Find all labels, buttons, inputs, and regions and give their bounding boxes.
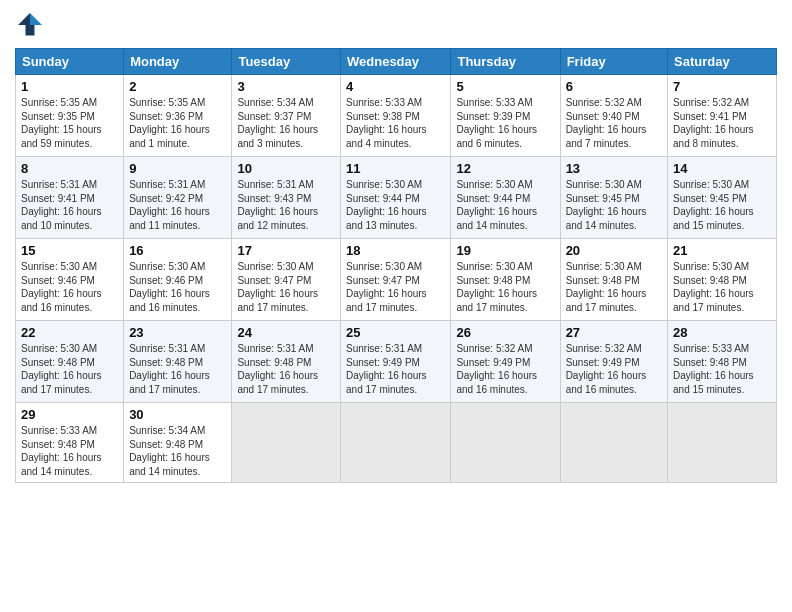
day-number: 14 [673, 161, 771, 176]
calendar-cell: 11Sunrise: 5:30 AMSunset: 9:44 PMDayligh… [341, 157, 451, 239]
calendar-cell: 9Sunrise: 5:31 AMSunset: 9:42 PMDaylight… [124, 157, 232, 239]
cell-text: Sunrise: 5:35 AMSunset: 9:35 PMDaylight:… [21, 96, 118, 150]
calendar-week-row: 15Sunrise: 5:30 AMSunset: 9:46 PMDayligh… [16, 239, 777, 321]
cell-text: Sunrise: 5:30 AMSunset: 9:47 PMDaylight:… [237, 260, 335, 314]
calendar-cell: 21Sunrise: 5:30 AMSunset: 9:48 PMDayligh… [668, 239, 777, 321]
calendar-cell: 5Sunrise: 5:33 AMSunset: 9:39 PMDaylight… [451, 75, 560, 157]
day-number: 10 [237, 161, 335, 176]
calendar-cell: 6Sunrise: 5:32 AMSunset: 9:40 PMDaylight… [560, 75, 667, 157]
day-header-monday: Monday [124, 49, 232, 75]
day-number: 15 [21, 243, 118, 258]
svg-marker-0 [30, 13, 42, 25]
cell-text: Sunrise: 5:30 AMSunset: 9:48 PMDaylight:… [566, 260, 662, 314]
calendar-cell: 19Sunrise: 5:30 AMSunset: 9:48 PMDayligh… [451, 239, 560, 321]
day-number: 7 [673, 79, 771, 94]
day-number: 12 [456, 161, 554, 176]
cell-text: Sunrise: 5:30 AMSunset: 9:44 PMDaylight:… [456, 178, 554, 232]
cell-text: Sunrise: 5:34 AMSunset: 9:48 PMDaylight:… [129, 424, 226, 478]
cell-text: Sunrise: 5:31 AMSunset: 9:48 PMDaylight:… [237, 342, 335, 396]
day-header-sunday: Sunday [16, 49, 124, 75]
cell-text: Sunrise: 5:30 AMSunset: 9:45 PMDaylight:… [673, 178, 771, 232]
svg-marker-1 [18, 13, 30, 25]
logo-icon [15, 10, 45, 40]
cell-text: Sunrise: 5:31 AMSunset: 9:43 PMDaylight:… [237, 178, 335, 232]
cell-text: Sunrise: 5:31 AMSunset: 9:48 PMDaylight:… [129, 342, 226, 396]
day-number: 26 [456, 325, 554, 340]
day-number: 23 [129, 325, 226, 340]
calendar-cell: 24Sunrise: 5:31 AMSunset: 9:48 PMDayligh… [232, 321, 341, 403]
calendar-cell: 17Sunrise: 5:30 AMSunset: 9:47 PMDayligh… [232, 239, 341, 321]
day-number: 21 [673, 243, 771, 258]
cell-text: Sunrise: 5:33 AMSunset: 9:39 PMDaylight:… [456, 96, 554, 150]
day-header-friday: Friday [560, 49, 667, 75]
cell-text: Sunrise: 5:30 AMSunset: 9:47 PMDaylight:… [346, 260, 445, 314]
calendar-cell: 16Sunrise: 5:30 AMSunset: 9:46 PMDayligh… [124, 239, 232, 321]
calendar-cell: 20Sunrise: 5:30 AMSunset: 9:48 PMDayligh… [560, 239, 667, 321]
day-header-saturday: Saturday [668, 49, 777, 75]
calendar-cell: 10Sunrise: 5:31 AMSunset: 9:43 PMDayligh… [232, 157, 341, 239]
day-number: 17 [237, 243, 335, 258]
cell-text: Sunrise: 5:34 AMSunset: 9:37 PMDaylight:… [237, 96, 335, 150]
day-number: 25 [346, 325, 445, 340]
cell-text: Sunrise: 5:30 AMSunset: 9:45 PMDaylight:… [566, 178, 662, 232]
calendar-cell: 8Sunrise: 5:31 AMSunset: 9:41 PMDaylight… [16, 157, 124, 239]
day-header-tuesday: Tuesday [232, 49, 341, 75]
calendar-cell: 29Sunrise: 5:33 AMSunset: 9:48 PMDayligh… [16, 403, 124, 483]
calendar-cell: 15Sunrise: 5:30 AMSunset: 9:46 PMDayligh… [16, 239, 124, 321]
cell-text: Sunrise: 5:30 AMSunset: 9:48 PMDaylight:… [21, 342, 118, 396]
calendar-week-row: 1Sunrise: 5:35 AMSunset: 9:35 PMDaylight… [16, 75, 777, 157]
calendar-cell: 4Sunrise: 5:33 AMSunset: 9:38 PMDaylight… [341, 75, 451, 157]
day-number: 8 [21, 161, 118, 176]
day-number: 18 [346, 243, 445, 258]
cell-text: Sunrise: 5:30 AMSunset: 9:48 PMDaylight:… [456, 260, 554, 314]
cell-text: Sunrise: 5:30 AMSunset: 9:46 PMDaylight:… [129, 260, 226, 314]
day-number: 22 [21, 325, 118, 340]
calendar-table: SundayMondayTuesdayWednesdayThursdayFrid… [15, 48, 777, 483]
cell-text: Sunrise: 5:33 AMSunset: 9:48 PMDaylight:… [21, 424, 118, 478]
day-number: 4 [346, 79, 445, 94]
calendar-cell [341, 403, 451, 483]
day-number: 24 [237, 325, 335, 340]
calendar-header-row: SundayMondayTuesdayWednesdayThursdayFrid… [16, 49, 777, 75]
cell-text: Sunrise: 5:33 AMSunset: 9:38 PMDaylight:… [346, 96, 445, 150]
cell-text: Sunrise: 5:30 AMSunset: 9:48 PMDaylight:… [673, 260, 771, 314]
calendar-cell: 23Sunrise: 5:31 AMSunset: 9:48 PMDayligh… [124, 321, 232, 403]
calendar-cell: 2Sunrise: 5:35 AMSunset: 9:36 PMDaylight… [124, 75, 232, 157]
cell-text: Sunrise: 5:30 AMSunset: 9:44 PMDaylight:… [346, 178, 445, 232]
calendar-cell: 30Sunrise: 5:34 AMSunset: 9:48 PMDayligh… [124, 403, 232, 483]
cell-text: Sunrise: 5:31 AMSunset: 9:42 PMDaylight:… [129, 178, 226, 232]
calendar-cell: 3Sunrise: 5:34 AMSunset: 9:37 PMDaylight… [232, 75, 341, 157]
cell-text: Sunrise: 5:31 AMSunset: 9:41 PMDaylight:… [21, 178, 118, 232]
calendar-cell [232, 403, 341, 483]
day-header-thursday: Thursday [451, 49, 560, 75]
cell-text: Sunrise: 5:35 AMSunset: 9:36 PMDaylight:… [129, 96, 226, 150]
calendar-cell: 22Sunrise: 5:30 AMSunset: 9:48 PMDayligh… [16, 321, 124, 403]
day-number: 30 [129, 407, 226, 422]
calendar-cell [451, 403, 560, 483]
calendar-cell: 26Sunrise: 5:32 AMSunset: 9:49 PMDayligh… [451, 321, 560, 403]
day-number: 28 [673, 325, 771, 340]
cell-text: Sunrise: 5:32 AMSunset: 9:49 PMDaylight:… [456, 342, 554, 396]
cell-text: Sunrise: 5:32 AMSunset: 9:40 PMDaylight:… [566, 96, 662, 150]
day-number: 29 [21, 407, 118, 422]
calendar-cell: 13Sunrise: 5:30 AMSunset: 9:45 PMDayligh… [560, 157, 667, 239]
day-number: 20 [566, 243, 662, 258]
cell-text: Sunrise: 5:33 AMSunset: 9:48 PMDaylight:… [673, 342, 771, 396]
day-number: 27 [566, 325, 662, 340]
logo [15, 10, 49, 40]
day-number: 13 [566, 161, 662, 176]
calendar-week-row: 8Sunrise: 5:31 AMSunset: 9:41 PMDaylight… [16, 157, 777, 239]
calendar-cell: 28Sunrise: 5:33 AMSunset: 9:48 PMDayligh… [668, 321, 777, 403]
day-number: 2 [129, 79, 226, 94]
svg-rect-2 [26, 25, 35, 36]
cell-text: Sunrise: 5:32 AMSunset: 9:41 PMDaylight:… [673, 96, 771, 150]
calendar-cell: 12Sunrise: 5:30 AMSunset: 9:44 PMDayligh… [451, 157, 560, 239]
calendar-cell: 7Sunrise: 5:32 AMSunset: 9:41 PMDaylight… [668, 75, 777, 157]
cell-text: Sunrise: 5:30 AMSunset: 9:46 PMDaylight:… [21, 260, 118, 314]
cell-text: Sunrise: 5:32 AMSunset: 9:49 PMDaylight:… [566, 342, 662, 396]
day-number: 1 [21, 79, 118, 94]
cell-text: Sunrise: 5:31 AMSunset: 9:49 PMDaylight:… [346, 342, 445, 396]
day-number: 6 [566, 79, 662, 94]
day-number: 9 [129, 161, 226, 176]
calendar-cell: 1Sunrise: 5:35 AMSunset: 9:35 PMDaylight… [16, 75, 124, 157]
